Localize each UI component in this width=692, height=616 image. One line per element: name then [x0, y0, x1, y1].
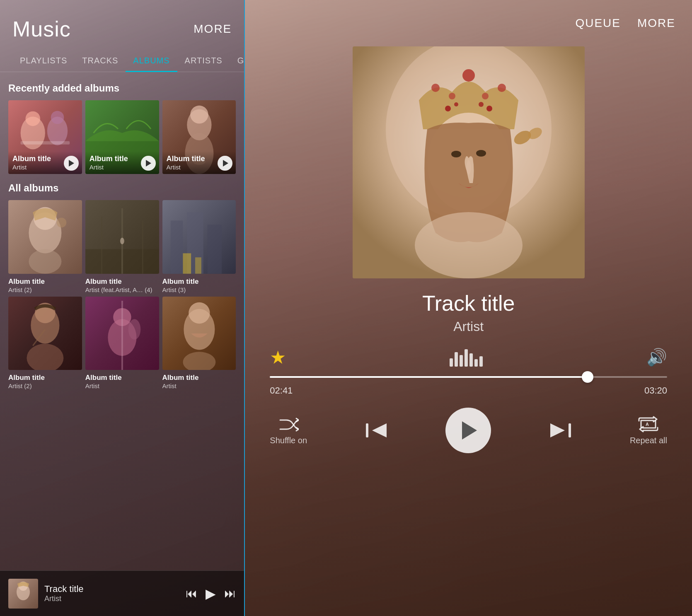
svg-point-39 — [128, 319, 140, 339]
mini-play-button[interactable]: ▶ — [206, 586, 216, 602]
eq-bar-7 — [479, 356, 483, 367]
svg-point-33 — [27, 343, 63, 370]
album-art-3 — [162, 200, 236, 274]
tab-albums[interactable]: ALBUMS — [126, 50, 177, 72]
repeat-icon: A — [637, 416, 660, 432]
track-title: Track title — [261, 291, 675, 316]
recent-album-3-play[interactable] — [218, 156, 232, 171]
play-pause-button[interactable] — [445, 408, 491, 453]
svg-rect-27 — [207, 225, 222, 274]
svg-point-50 — [431, 84, 440, 92]
tab-playlists[interactable]: PLAYLISTS — [12, 50, 75, 72]
svg-point-62 — [479, 102, 484, 107]
recently-added-grid: Album title Artist — [8, 100, 236, 174]
right-more-button[interactable]: MORE — [637, 17, 675, 30]
svg-rect-5 — [21, 141, 70, 145]
tab-g[interactable]: G — [230, 50, 244, 72]
right-panel: QUEUE MORE — [245, 0, 692, 616]
repeat-label: Repeat all — [630, 436, 667, 445]
svg-point-17 — [57, 217, 67, 227]
queue-button[interactable]: QUEUE — [575, 17, 621, 30]
svg-text:A: A — [646, 422, 649, 427]
volume-button[interactable]: 🔊 — [646, 348, 667, 367]
album-6-artist: Artist — [162, 382, 236, 389]
svg-rect-25 — [170, 220, 183, 273]
album-art-4 — [8, 297, 82, 370]
mini-track-info: Track title Artist — [44, 584, 179, 603]
next-icon — [548, 420, 573, 441]
svg-rect-28 — [183, 253, 191, 273]
svg-point-57 — [415, 212, 523, 278]
progress-thumb[interactable] — [582, 371, 593, 383]
album-4-artist: Artist (2) — [8, 382, 82, 389]
progress-fill — [270, 376, 588, 378]
svg-point-43 — [183, 352, 215, 370]
mini-controls: ⏮ ▶ ⏭ — [186, 586, 236, 602]
recent-album-1-play[interactable] — [64, 156, 79, 171]
left-panel: Music MORE PLAYLISTS TRACKS ALBUMS ARTIS… — [0, 0, 244, 616]
equalizer-button[interactable] — [450, 348, 483, 367]
svg-point-55 — [451, 151, 461, 157]
album-card-4[interactable]: Album title Artist (2) — [8, 297, 82, 390]
playback-controls: Shuffle on — [245, 408, 692, 461]
mini-prev-button[interactable]: ⏮ — [186, 587, 197, 600]
time-display: 02:41 03:20 — [245, 382, 692, 399]
svg-point-16 — [29, 249, 61, 273]
recent-album-2-play[interactable] — [141, 156, 156, 171]
album-2-name: Album title — [85, 277, 159, 286]
mini-player[interactable]: Track title Artist ⏮ ▶ ⏭ — [0, 570, 244, 616]
svg-point-23 — [120, 238, 124, 244]
recent-album-2[interactable]: Album title Artist — [85, 100, 159, 174]
favorite-button[interactable]: ★ — [270, 347, 286, 368]
eq-bar-2 — [455, 352, 458, 367]
album-card-2[interactable]: Album title Artist (feat.Artist, A… (4) — [85, 200, 159, 293]
total-time: 03:20 — [644, 385, 667, 396]
track-artist-name: Artist — [261, 319, 675, 334]
svg-rect-29 — [195, 257, 201, 274]
album-3-name: Album title — [162, 277, 236, 286]
shuffle-control[interactable]: Shuffle on — [270, 416, 307, 445]
album-card-3[interactable]: Album title Artist (3) — [162, 200, 236, 293]
svg-point-42 — [189, 302, 210, 323]
progress-bar[interactable] — [270, 376, 667, 378]
current-time: 02:41 — [270, 385, 293, 396]
svg-rect-65 — [569, 423, 571, 437]
eq-bar-3 — [460, 355, 463, 367]
album-3-artist: Artist (3) — [162, 286, 236, 293]
svg-point-51 — [498, 84, 506, 92]
svg-point-56 — [476, 150, 486, 157]
mini-track-artist: Artist — [44, 594, 179, 603]
svg-point-60 — [445, 106, 451, 111]
eq-bar-4 — [465, 349, 468, 367]
albums-scroll[interactable]: Recently added albums — [0, 72, 244, 570]
album-card-6[interactable]: Album title Artist — [162, 297, 236, 390]
app-title: Music — [12, 17, 71, 41]
mini-next-button[interactable]: ⏭ — [224, 587, 236, 600]
right-header: QUEUE MORE — [245, 0, 692, 38]
mini-player-thumb — [8, 579, 38, 609]
tab-artists[interactable]: ARTISTS — [177, 50, 230, 72]
svg-point-4 — [51, 111, 64, 124]
tab-tracks[interactable]: TRACKS — [75, 50, 126, 72]
repeat-control[interactable]: A Repeat all — [630, 416, 667, 445]
svg-point-63 — [486, 106, 492, 111]
eq-bar-5 — [469, 353, 473, 367]
album-art-5 — [85, 297, 159, 370]
mini-track-title: Track title — [44, 584, 179, 594]
next-control[interactable] — [548, 420, 573, 441]
svg-point-49 — [462, 69, 475, 82]
secondary-controls: ★ 🔊 — [245, 347, 692, 368]
recent-album-3[interactable]: Album title Artist — [162, 100, 236, 174]
all-albums-grid: Album title Artist (2) A — [8, 200, 236, 390]
all-albums-title: All albums — [8, 182, 236, 194]
shuffle-icon — [278, 416, 299, 432]
prev-control[interactable] — [364, 420, 389, 441]
album-card-1[interactable]: Album title Artist (2) — [8, 200, 82, 293]
svg-rect-64 — [366, 423, 368, 437]
recent-album-1[interactable]: Album title Artist — [8, 100, 82, 174]
album-art-6 — [162, 297, 236, 370]
album-1-name: Album title — [8, 277, 82, 286]
album-card-5[interactable]: Album title Artist — [85, 297, 159, 390]
recently-added-title: Recently added albums — [8, 82, 236, 94]
more-button[interactable]: MORE — [194, 22, 232, 36]
